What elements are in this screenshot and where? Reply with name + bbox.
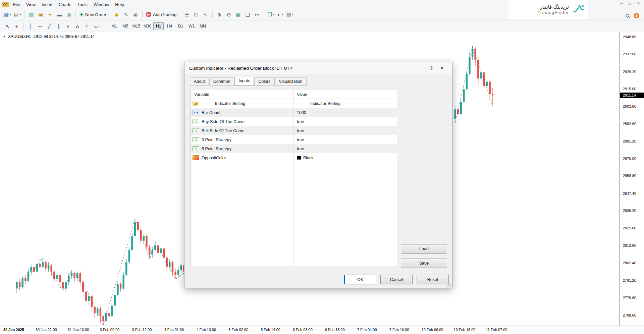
zoom-out-icon[interactable]: ⊖ [224,10,233,19]
crosshair-icon[interactable]: + [12,22,21,31]
param-row[interactable]: ab===== Indicator Setting ========== Ind… [191,99,397,108]
close-icon[interactable]: ✕ [637,1,640,6]
time-scale[interactable]: 30 Jan 202530 Jan 21:0031 Jan 10:003 Feb… [0,326,644,334]
tab-about[interactable]: About [190,77,209,86]
dialog-help-button[interactable]: ? [426,65,437,71]
menu-item-file[interactable]: File [10,1,23,8]
zoom-in-icon[interactable]: ⊕ [215,10,224,19]
dialog-resize-grip[interactable] [447,283,451,287]
timeframe-h4[interactable]: H4 [164,22,175,30]
periods-dropdown-icon[interactable]: ▾ [282,13,283,16]
horizontal-line-icon[interactable]: ─ [36,22,44,31]
new-chart-dropdown-icon[interactable]: ▾ [10,13,11,16]
navigator-icon[interactable]: ✦ [46,10,54,19]
scripts-icon[interactable]: ✎ [122,10,130,19]
search-area: 1 [626,13,639,18]
chart-line-icon[interactable]: ∿ [201,10,210,19]
new-window-dropdown-icon[interactable]: ▾ [273,13,274,16]
param-value[interactable]: true [293,119,397,124]
menu-item-insert[interactable]: Insert [39,1,56,8]
arrange-windows-icon[interactable]: ❏ [243,10,252,19]
cancel-button[interactable]: Cancel [380,275,413,284]
templates-icon[interactable]: ▨▾ [285,10,294,19]
param-row[interactable]: ∿5 Point Strategytrue [191,144,397,153]
chart-shift-icon[interactable]: ↦ [253,10,261,19]
menu-item-help[interactable]: Help [112,1,127,8]
market-watch-icon[interactable]: ▥ [27,10,36,19]
menu-item-tools[interactable]: Tools [74,1,91,8]
tab-colors[interactable]: Colors [254,77,274,86]
fibonacci-icon[interactable]: # [64,22,72,31]
trendline-icon[interactable]: ╱ [45,22,54,31]
brand-name-farsi: تریدینگ فایندر [540,4,569,10]
param-row[interactable]: 123Bar Count1000 [191,108,397,117]
maximize-icon[interactable]: ❐ [628,1,632,6]
symbol-dropdown-icon[interactable]: ▼ [3,35,6,38]
tab-inputs[interactable]: Inputs [234,77,254,86]
timeframe-m1[interactable]: M1 [109,22,119,30]
price-scale[interactable]: 2948.802937.602926.202915.002903.802892.… [619,32,644,326]
chart-candles-icon[interactable]: ◫ [192,10,201,19]
vertical-line-icon[interactable]: │ [26,22,35,31]
menu-item-charts[interactable]: Charts [55,1,74,8]
save-button[interactable]: Save [401,259,447,268]
dialog-close-button[interactable]: ✕ [437,65,447,71]
cursor-icon[interactable]: ↖ [3,22,12,31]
param-value[interactable]: true [293,128,397,133]
timeframe-h1[interactable]: H1 [153,22,164,30]
param-row[interactable]: OppositColorBlack [191,153,397,162]
tab-common[interactable]: Common [209,77,234,86]
terminal-icon[interactable]: ▬ [55,10,64,19]
param-row[interactable]: ∿3 Point Strategytrue [191,135,397,144]
arrows-icon[interactable]: ↘▾ [92,22,101,31]
profiles-icon[interactable]: ▤▾ [13,10,22,19]
search-icon[interactable] [626,14,629,17]
tab-visualization[interactable]: Visualization [275,77,307,86]
timeframe-d1[interactable]: D1 [175,22,186,30]
tile-windows-icon[interactable]: ▦ [234,10,243,19]
param-row[interactable]: ∿Buy Side Of The Curvetrue [191,117,397,126]
minimize-icon[interactable]: ─ [620,1,623,6]
dialog-titlebar[interactable]: Custom Indicator - Reclaimed Order Block… [184,62,452,74]
equidistant-channel-icon[interactable]: ∥ [54,22,63,31]
reset-button[interactable]: Reset [417,275,449,284]
param-value[interactable]: true [293,147,397,151]
param-value[interactable]: 1000 [293,110,397,115]
strategy-tester-icon[interactable]: ◎ [64,10,73,19]
inputs-table: Variable Value ab===== Indicator Setting… [191,90,397,266]
timeframe-mn[interactable]: MN [198,22,208,30]
new-chart-icon[interactable]: ▦▾ [3,10,12,19]
time-label: 4 Feb 01:00 [164,328,184,332]
notification-badge[interactable]: 1 [634,13,639,18]
profiles-dropdown-icon[interactable]: ▾ [19,13,21,16]
param-value[interactable]: Black [293,156,397,160]
timeframe-m5[interactable]: M5 [120,22,130,30]
templates-dropdown-icon[interactable]: ▾ [292,13,293,16]
menu-item-window[interactable]: Window [91,1,112,8]
timeframe-m15[interactable]: M15 [131,22,142,30]
data-window-icon[interactable]: ▣ [36,10,45,19]
menu-item-view[interactable]: View [23,1,39,8]
time-label: 10 Feb 18:00 [454,328,476,332]
time-label: 3 Feb 12:00 [132,328,152,332]
timeframe-m30[interactable]: M30 [142,22,153,30]
new-window-icon[interactable]: ❐▾ [266,10,275,19]
new-order-button[interactable]: ✚New Order [78,10,107,19]
chart-bars-icon[interactable]: ☰ [182,10,191,19]
price-label: 2858.80 [623,174,636,178]
param-value[interactable]: ===== Indicator Setting ===== [293,101,397,106]
autotrading-button[interactable]: ▶AutoTrading [145,10,177,19]
load-button[interactable]: Load [401,244,447,254]
param-value[interactable]: true [293,137,397,142]
param-name: Buy Side Of The Curve [202,119,245,124]
web-terminal-icon[interactable]: ◉ [131,10,140,19]
expert-advisors-icon[interactable]: ◆ [112,10,121,19]
menu-bar: FileViewInsertChartsToolsWindowHelp ترید… [0,0,644,9]
arrows-dropdown-icon[interactable]: ▾ [98,25,100,28]
text-label-icon[interactable]: T [83,22,91,31]
text-icon[interactable]: A [73,22,82,31]
timeframe-w1[interactable]: W1 [186,22,197,30]
periods-icon[interactable]: ◐▾ [276,10,285,19]
param-row[interactable]: ∿Sell Side Of The Curvetrue [191,126,397,135]
ok-button[interactable]: OK [344,275,376,284]
